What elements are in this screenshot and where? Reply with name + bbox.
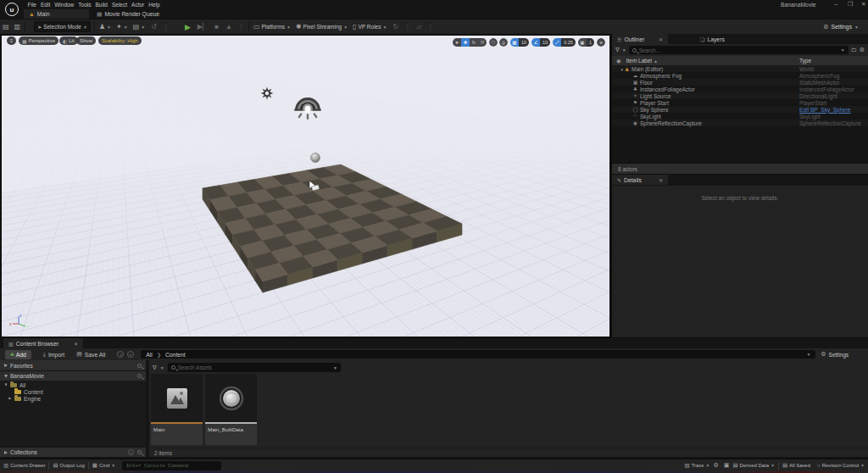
camera-icon[interactable]: ▣ bbox=[578, 38, 587, 47]
outliner-close-icon[interactable]: ✕ bbox=[659, 36, 663, 42]
skip-button[interactable]: ▶▏ bbox=[198, 23, 208, 31]
cinematics-dropdown[interactable]: ▤▼ bbox=[131, 21, 148, 32]
outliner-row-instancedfoliageactor[interactable]: ♣InstancedFoliageActorInstancedFoliageAc… bbox=[612, 86, 868, 92]
viewport-menu-button[interactable]: ≡ bbox=[7, 36, 16, 45]
menu-help[interactable]: Help bbox=[147, 2, 162, 8]
status-gear-icon[interactable]: ⚙ bbox=[713, 462, 718, 469]
play-button[interactable]: ▶ bbox=[185, 23, 191, 31]
camera-count[interactable]: 1 bbox=[587, 38, 594, 47]
collections-header[interactable]: Collections + bbox=[0, 447, 146, 457]
back-button[interactable]: ◂ bbox=[117, 351, 124, 358]
add-button[interactable]: + Add bbox=[5, 350, 31, 359]
show-dropdown[interactable]: Show bbox=[76, 36, 96, 45]
save-all-button[interactable]: ▤ Save All bbox=[76, 351, 105, 358]
scale-tool-button[interactable]: ⤧ bbox=[478, 38, 487, 47]
tab-movie-render-queue[interactable]: ▤ Movie Render Queue bbox=[92, 9, 164, 19]
forward-button[interactable]: ▸ bbox=[127, 351, 134, 358]
lit-dropdown[interactable]: ◐ Lit bbox=[59, 36, 78, 45]
recompile-icon[interactable]: ↻ bbox=[392, 23, 398, 31]
tab-details[interactable]: ✎ Details ✕ bbox=[612, 175, 668, 185]
world-space-button[interactable]: ⬡ bbox=[489, 38, 498, 47]
viewport-maximize-button[interactable]: ≡ bbox=[597, 38, 605, 47]
vp-overflow-dots[interactable]: ⋮ bbox=[404, 24, 410, 31]
menu-select[interactable]: Select bbox=[109, 2, 129, 8]
play-options-dots[interactable]: ⋮ bbox=[238, 24, 244, 31]
project-search-icon[interactable] bbox=[137, 374, 142, 378]
pixel-streaming-dropdown[interactable]: ✱ Pixel Streaming▼ bbox=[293, 21, 350, 32]
all-saved-indicator[interactable]: ▤ All Saved bbox=[779, 459, 814, 472]
favorites-header[interactable]: Favorites bbox=[0, 360, 146, 370]
console-input[interactable]: Enter Console Command bbox=[122, 461, 221, 470]
perspective-dropdown[interactable]: ▦ Perspective bbox=[19, 36, 58, 45]
trace-dropdown[interactable]: ▧ Trace ▼ bbox=[682, 459, 714, 472]
asset-filter-icon[interactable]: ∇ bbox=[153, 364, 157, 371]
rotate-tool-button[interactable]: ↻ bbox=[470, 38, 478, 47]
asset-card-main[interactable]: Main bbox=[151, 374, 203, 445]
platforms-dropdown[interactable]: ▭ Platforms▼ bbox=[251, 21, 293, 32]
select-tool-button[interactable]: ➤ bbox=[453, 38, 461, 47]
asset-search-input[interactable]: Search Assets ▼ bbox=[168, 363, 341, 372]
outliner-row-spherereflectioncapture[interactable]: ◉SphereReflectionCaptureSphereReflection… bbox=[612, 120, 868, 126]
menu-window[interactable]: Window bbox=[53, 2, 76, 8]
misc-toolbar-icon[interactable]: ▱ bbox=[416, 23, 421, 31]
outliner-search-input[interactable]: Search... ▼ bbox=[629, 46, 849, 54]
tab-layers[interactable]: ❏ Layers bbox=[695, 34, 730, 44]
menu-build[interactable]: Build bbox=[93, 2, 109, 8]
rotation-snap-icon[interactable]: ∠ bbox=[531, 38, 540, 47]
menu-actor[interactable]: Actor bbox=[130, 2, 147, 8]
outliner-row-floor[interactable]: ▦FloorStaticMeshActor bbox=[612, 79, 868, 86]
breadcrumb-all[interactable]: All bbox=[146, 352, 153, 358]
close-button[interactable]: ✕ bbox=[861, 1, 866, 8]
selection-mode-dropdown[interactable]: ➤ Selection Mode ▼ bbox=[34, 21, 91, 32]
details-close-icon[interactable]: ✕ bbox=[659, 177, 663, 183]
output-log-button[interactable]: ▤ Output Log bbox=[49, 459, 87, 472]
maximize-button[interactable]: ❐ bbox=[848, 1, 853, 8]
menu-edit[interactable]: Edit bbox=[38, 2, 52, 8]
outliner-row-sky-sphere[interactable]: ◯Sky SphereEdit BP_Sky_Sphere bbox=[612, 106, 868, 113]
folder-content[interactable]: Content bbox=[0, 388, 146, 395]
toolbar-overflow-dots[interactable]: ⋮ bbox=[163, 24, 169, 31]
breadcrumb[interactable]: All ❯ Content ▼ bbox=[141, 350, 815, 359]
edit-blueprint-link[interactable]: Edit BP_Sky_Sphere bbox=[799, 107, 851, 113]
save-icon[interactable]: ▤ bbox=[3, 23, 9, 31]
new-folder-icon[interactable]: 🗀 bbox=[851, 47, 857, 53]
content-drawer-button[interactable]: ▥ Content Drawer bbox=[0, 459, 48, 472]
surface-snap-button[interactable]: ◎ bbox=[499, 38, 508, 47]
screenshot-icon[interactable]: ▣ bbox=[724, 462, 730, 469]
outliner-row-skylight[interactable]: ◠SkyLightSkyLight bbox=[612, 113, 868, 120]
vp-roles-dropdown[interactable]: ▯ VP Roles▼ bbox=[350, 21, 389, 32]
breadcrumb-content[interactable]: Content bbox=[165, 352, 186, 358]
menu-tools[interactable]: Tools bbox=[76, 2, 93, 8]
misc-overflow-dots[interactable]: ⋮ bbox=[427, 24, 433, 31]
rotation-snap-value[interactable]: 10 bbox=[540, 38, 550, 47]
tab-outliner[interactable]: ☰ Outliner ✕ bbox=[612, 34, 668, 44]
outliner-settings-gear-icon[interactable]: ⚙ bbox=[860, 47, 865, 53]
derived-data-dropdown[interactable]: ▤ Derived Data ▼ bbox=[729, 459, 778, 472]
blueprints-dropdown[interactable]: ✦▼ bbox=[114, 21, 131, 32]
add-actor-dropdown[interactable]: ♟▼ bbox=[97, 21, 114, 32]
undo-icon[interactable]: ↺ bbox=[151, 23, 157, 31]
add-collection-icon[interactable]: + bbox=[128, 449, 134, 455]
asset-card-main_builtdata[interactable]: Main_BuiltData bbox=[205, 374, 257, 445]
outliner-row-atmospheric-fog[interactable]: ☁Atmospheric FogAtmosphericFog bbox=[612, 72, 868, 79]
menu-file[interactable]: File bbox=[25, 2, 38, 8]
collections-search-icon[interactable] bbox=[137, 450, 142, 454]
outliner-filter-icon[interactable]: ∇ bbox=[615, 47, 620, 53]
cmd-dropdown[interactable]: ▦ Cmd ▼ bbox=[89, 459, 120, 472]
content-browser-settings-button[interactable]: ⚙ Settings bbox=[821, 351, 849, 358]
stop-button[interactable]: ■ bbox=[214, 23, 219, 31]
viewport[interactable]: ≡ ▦ Perspective ◐ Lit Show Scalability: … bbox=[0, 34, 611, 337]
project-header[interactable]: BananaMovie bbox=[0, 370, 146, 381]
grid-snap-value[interactable]: 10 bbox=[519, 38, 529, 47]
tab-main-level[interactable]: ▲ Main bbox=[24, 9, 89, 19]
folder-all[interactable]: All bbox=[0, 381, 146, 388]
scale-snap-icon[interactable]: ⤢ bbox=[553, 38, 561, 47]
revision-control-dropdown[interactable]: ⑂ Revision Control ▼ bbox=[814, 459, 868, 472]
tab-content-browser[interactable]: ▥ Content Browser ✕ bbox=[3, 338, 83, 348]
favorites-search-icon[interactable] bbox=[137, 364, 142, 368]
content-browser-icon[interactable]: ▥ bbox=[14, 23, 21, 31]
scalability-badge[interactable]: Scalability: High bbox=[98, 36, 142, 45]
move-tool-button[interactable]: ✥ bbox=[461, 38, 470, 47]
outliner-row-light-source[interactable]: ☀Light SourceDirectionalLight bbox=[612, 92, 868, 99]
settings-dropdown[interactable]: ⚙ Settings ▼ bbox=[819, 21, 863, 32]
